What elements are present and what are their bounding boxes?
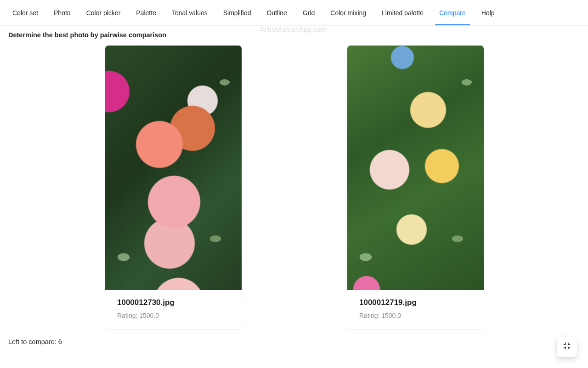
card-meta: 1000012719.jpg Rating: 1500.0 [347,290,484,329]
tab-label: Compare [439,9,466,17]
tab-tonal-values[interactable]: Tonal values [164,0,215,25]
card-filename: 1000012730.jpg [117,298,230,307]
compare-card-left[interactable]: 1000012730.jpg Rating: 1500.0 [105,45,242,330]
tab-label: Simplified [223,9,251,17]
tab-help[interactable]: Help [474,0,503,25]
photo-decorative-overlay [105,46,242,290]
card-filename: 1000012719.jpg [359,298,472,307]
tab-simplified[interactable]: Simplified [215,0,259,25]
card-rating: Rating: 1500.0 [117,312,230,319]
compare-photo-right [347,46,484,290]
tab-label: Color set [12,9,38,17]
fullscreen-exit-icon [563,342,571,352]
tab-label: Color mixing [330,9,366,17]
compare-card-right[interactable]: 1000012719.jpg Rating: 1500.0 [347,45,484,330]
tab-label: Tonal values [172,9,208,17]
fullscreen-exit-button[interactable] [557,337,577,357]
tab-outline[interactable]: Outline [259,0,294,25]
photo-decorative-overlay [347,46,484,290]
tab-label: Grid [303,9,315,17]
compare-cards-row: 1000012730.jpg Rating: 1500.0 1000012719… [8,45,580,330]
card-rating: Rating: 1500.0 [359,312,472,319]
tab-palette[interactable]: Palette [128,0,164,25]
tab-color-mixing[interactable]: Color mixing [322,0,374,25]
tab-label: Help [481,9,495,17]
tab-photo[interactable]: Photo [46,0,79,25]
tabs-nav: Color set Photo Color picker Palette Ton… [0,0,588,26]
card-meta: 1000012730.jpg Rating: 1500.0 [105,290,242,329]
tab-color-picker[interactable]: Color picker [79,0,129,25]
tab-color-set[interactable]: Color set [5,0,46,25]
left-to-compare: Left to compare: 6 [8,338,580,345]
compare-pane: Determine the best photo by pairwise com… [0,26,588,351]
tab-label: Photo [54,9,71,17]
tab-label: Outline [266,9,287,17]
compare-photo-left [105,46,242,290]
tab-limited-palette[interactable]: Limited palette [374,0,431,25]
tab-label: Color picker [86,9,121,17]
tab-compare[interactable]: Compare [431,0,474,25]
page-heading: Determine the best photo by pairwise com… [8,31,580,39]
tab-grid[interactable]: Grid [295,0,322,25]
tab-label: Palette [136,9,156,17]
tab-label: Limited palette [382,9,424,17]
